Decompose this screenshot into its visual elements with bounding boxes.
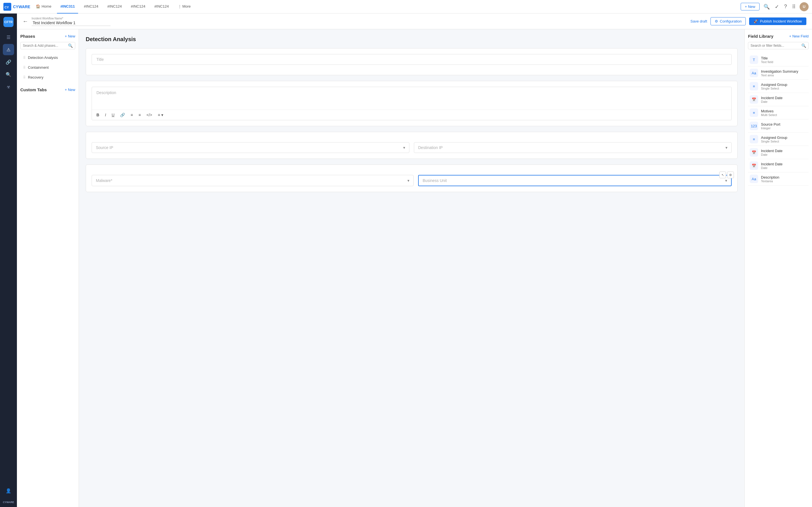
title-field[interactable]: Title (92, 54, 732, 65)
nav-tab-home[interactable]: 🏠 Home (33, 0, 55, 13)
field-type-icon: 📅 (750, 95, 758, 104)
add-custom-tab-button[interactable]: + New (65, 88, 75, 92)
canvas-area: Detection Analysis Title Description B I… (79, 29, 744, 507)
description-card: Description B I U 🔗 ≡ ≡ </> ≡ ▾ (86, 81, 738, 126)
field-item-incident-date-1[interactable]: 📅 Incident Date Date (748, 93, 809, 106)
nav-tab-inc124a[interactable]: #INC124 (80, 0, 101, 13)
bold-button[interactable]: B (95, 112, 100, 118)
code-button[interactable]: </> (145, 112, 153, 118)
field-item-assigned-group-1[interactable]: ≡ Assigned Group Single Select (748, 80, 809, 93)
logo-text: CYWARE (13, 4, 30, 9)
align-button[interactable]: ≡ ▾ (157, 112, 164, 118)
chevron-down-icon: ▾ (407, 178, 409, 183)
sidebar-icon-bio[interactable]: ☣ (3, 81, 14, 93)
save-draft-button[interactable]: Save draft (691, 19, 707, 23)
nav-tab-inc124d[interactable]: #INC124 (151, 0, 172, 13)
field-type-icon: 📅 (750, 148, 758, 157)
rich-toolbar: B I U 🔗 ≡ ≡ </> ≡ ▾ (92, 110, 731, 120)
tasks-icon-btn[interactable]: ✓ (774, 3, 780, 11)
search-icon: 🔍 (68, 43, 73, 48)
nav-tab-inc124c[interactable]: #INC124 (128, 0, 149, 13)
source-ip-field[interactable]: Source IP ▾ (92, 142, 409, 153)
back-button[interactable]: ← (22, 18, 28, 24)
business-unit-field[interactable]: Business Unit ▾ (418, 175, 732, 186)
unordered-list-button[interactable]: ≡ (130, 112, 134, 118)
nav-tab-inc124b[interactable]: #INC124 (104, 0, 125, 13)
cftr-logo: CFTR (3, 17, 13, 27)
phases-panel: Phases + New 🔍 ⠿ Detection Analysis ⠿ Co… (17, 29, 79, 507)
field-info: Assigned Group Single Select (761, 82, 787, 90)
nav-tab-more[interactable]: ⋮ More (174, 0, 194, 13)
malware-field[interactable]: Malware* ▾ (92, 175, 414, 186)
field-item-incident-date-3[interactable]: 📅 Incident Date Date (748, 159, 809, 172)
field-info: Source Port Integer (761, 122, 780, 130)
top-nav: CY CYWARE 🏠 Home #INC311 #INC124 #INC124… (0, 0, 812, 13)
canvas-title: Detection Analysis (86, 36, 738, 43)
field-type-icon: T (750, 55, 758, 64)
phase-item-detection[interactable]: ⠿ Detection Analysis (20, 53, 75, 62)
field-library: Field Library + New Field 🔍 T Title Text… (744, 29, 812, 507)
field-type-icon: ≡ (750, 82, 758, 91)
field-info: Assigned Group Single Select (761, 135, 787, 143)
field-info: Title Text field (761, 56, 773, 64)
user-avatar[interactable]: U (800, 2, 809, 11)
sidebar-cyware-label: CYWARE (3, 499, 14, 504)
sidebar-icon-intel[interactable]: 🔗 (3, 56, 14, 68)
chevron-down-icon: ▾ (403, 145, 405, 150)
phase-item-containment[interactable]: ⠿ Containment (20, 63, 75, 72)
field-type-icon: Aa (750, 69, 758, 77)
new-field-button[interactable]: + New Field (789, 34, 809, 38)
field-item-investigation-summary[interactable]: Aa Investigation Summary Text area (748, 66, 809, 80)
svg-text:CY: CY (4, 6, 9, 9)
field-library-header: Field Library + New Field (748, 34, 809, 39)
field-type-icon: 📅 (750, 161, 758, 170)
phase-item-recovery[interactable]: ⠿ Recovery (20, 73, 75, 82)
field-item-incident-date-2[interactable]: 📅 Incident Date Date (748, 146, 809, 159)
nav-actions: + New 🔍 ✓ ? ⠿ U (741, 2, 809, 11)
field-info: Motives Multi Select (761, 109, 777, 117)
phase-search-input[interactable] (23, 44, 66, 48)
apps-icon-btn[interactable]: ⠿ (791, 3, 797, 11)
sidebar-icon-user[interactable]: 👤 (3, 485, 14, 496)
field-item-title[interactable]: T Title Text field (748, 53, 809, 66)
custom-tabs-header: Custom Tabs + New (20, 87, 75, 92)
chevron-down-icon: ▾ (725, 178, 727, 183)
underline-button[interactable]: U (110, 112, 116, 118)
drag-handle-icon: ⠿ (23, 75, 26, 79)
field-search-input[interactable] (751, 44, 800, 48)
field-item-description[interactable]: Aa Description Textarea (748, 172, 809, 186)
help-icon-btn[interactable]: ? (783, 3, 788, 11)
custom-tabs-title: Custom Tabs (20, 87, 47, 92)
form-card-row2: Malware* ▾ ↖ ⚙ Business Unit ▾ (86, 165, 738, 192)
cursor-action-icon[interactable]: ↖ (719, 172, 726, 178)
workflow-name-input[interactable] (32, 20, 110, 26)
search-icon-btn[interactable]: 🔍 (762, 3, 771, 11)
italic-button[interactable]: I (104, 112, 107, 118)
publish-button[interactable]: 🚀 Publish Incident Workflow (749, 17, 806, 25)
destination-ip-field[interactable]: Destination IP ▾ (414, 142, 732, 153)
settings-action-icon[interactable]: ⚙ (727, 172, 734, 178)
sidebar-icon-menu[interactable]: ☰ (3, 32, 14, 43)
sidebar-icon-threat[interactable]: 🔍 (3, 69, 14, 80)
configuration-icon: ⚙ (715, 19, 718, 23)
field-item-assigned-group-2[interactable]: ≡ Assigned Group Single Select (748, 133, 809, 146)
field-item-motives[interactable]: ≡ Motives Multi Select (748, 106, 809, 119)
form-row-2: Malware* ▾ ↖ ⚙ Business Unit ▾ (92, 175, 732, 186)
sidebar-icon-alert[interactable]: ⚠ (3, 44, 14, 55)
title-card: Title (86, 48, 738, 75)
description-area: Description B I U 🔗 ≡ ≡ </> ≡ ▾ (92, 87, 732, 120)
field-info: Investigation Summary Text area (761, 69, 798, 77)
nav-tab-inc311[interactable]: #INC311 (57, 0, 78, 13)
description-text[interactable]: Description (92, 87, 731, 110)
logo: CY CYWARE (3, 3, 30, 11)
ordered-list-button[interactable]: ≡ (137, 112, 142, 118)
field-type-icon: ≡ (750, 135, 758, 144)
link-button[interactable]: 🔗 (119, 112, 126, 118)
new-button[interactable]: + New (741, 3, 760, 10)
field-type-icon: Aa (750, 175, 758, 183)
field-search: 🔍 (748, 42, 809, 49)
add-phase-button[interactable]: + New (65, 34, 75, 38)
search-icon: 🔍 (801, 43, 806, 48)
field-item-source-port[interactable]: 123 Source Port Integer (748, 119, 809, 133)
configuration-button[interactable]: ⚙ Configuration (711, 17, 746, 25)
